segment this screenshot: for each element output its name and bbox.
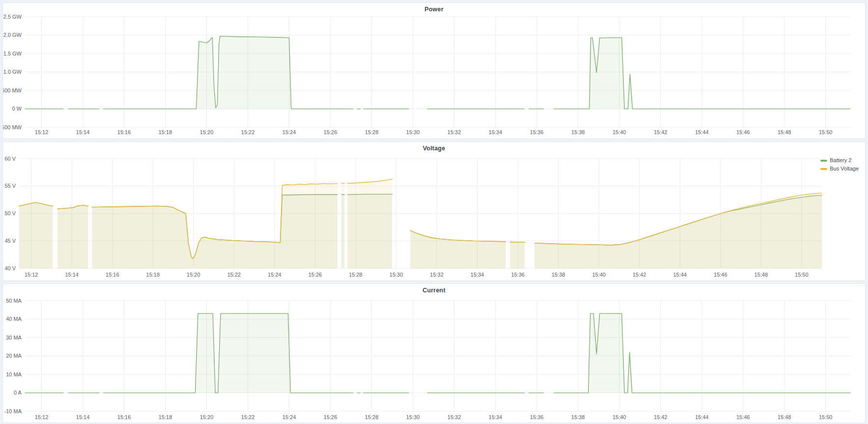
voltage-legend: Battery 2Bus Voltage bbox=[820, 157, 859, 172]
x-tick-label: 15:28 bbox=[349, 272, 362, 278]
y-tick-label: 40 V bbox=[4, 265, 16, 271]
gridlines bbox=[25, 301, 850, 411]
power-chart[interactable]: 2.5 GW2.0 GW1.5 GW1.0 GW500 MW0 W-500 MW… bbox=[3, 3, 865, 139]
x-tick-label: 15:36 bbox=[530, 129, 543, 135]
x-tick-label: 15:48 bbox=[755, 272, 768, 278]
y-tick-label: 55 V bbox=[4, 183, 16, 189]
area-fill bbox=[92, 184, 337, 269]
x-tick-label: 15:50 bbox=[795, 272, 808, 278]
x-tick-label: 15:26 bbox=[308, 272, 322, 278]
power-panel: Power 2.5 GW2.0 GW1.5 GW1.0 GW500 MW0 W-… bbox=[2, 2, 866, 139]
area-fill bbox=[19, 202, 53, 268]
x-tick-label: 15:22 bbox=[241, 129, 254, 135]
x-tick-label: 15:42 bbox=[633, 272, 646, 278]
x-tick-label: 15:36 bbox=[530, 414, 543, 420]
y-tick-label: -10 MA bbox=[4, 408, 22, 414]
axis-labels: 2.5 GW2.0 GW1.5 GW1.0 GW500 MW0 W-500 MW… bbox=[3, 14, 832, 135]
series-power bbox=[25, 36, 850, 109]
series-bus-voltage bbox=[19, 179, 822, 269]
series-line bbox=[510, 242, 524, 243]
x-tick-label: 15:32 bbox=[448, 129, 461, 135]
x-tick-label: 15:30 bbox=[406, 414, 420, 420]
x-tick-label: 15:26 bbox=[324, 129, 337, 135]
series-current bbox=[25, 313, 850, 393]
x-tick-label: 15:18 bbox=[159, 129, 172, 135]
current-chart[interactable]: 50 MA40 MA30 MA20 MA10 MA0 A-10 MA15:121… bbox=[3, 284, 865, 423]
x-tick-label: 15:46 bbox=[736, 129, 750, 135]
x-tick-label: 15:20 bbox=[187, 272, 200, 278]
x-tick-label: 15:20 bbox=[200, 129, 213, 135]
y-tick-label: -500 MW bbox=[3, 124, 22, 130]
area-fill bbox=[57, 205, 88, 268]
x-tick-label: 15:26 bbox=[324, 414, 337, 420]
x-tick-label: 15:34 bbox=[471, 272, 484, 278]
area-fill bbox=[534, 193, 822, 268]
x-tick-label: 15:22 bbox=[241, 414, 254, 420]
x-tick-label: 15:32 bbox=[448, 414, 461, 420]
y-tick-label: 10 MA bbox=[6, 371, 22, 377]
x-tick-label: 15:38 bbox=[571, 414, 585, 420]
x-tick-label: 15:32 bbox=[430, 272, 443, 278]
x-tick-label: 15:24 bbox=[282, 414, 296, 420]
voltage-chart[interactable]: 60 V55 V50 V45 V40 V15:1215:1415:1615:18… bbox=[3, 142, 865, 281]
x-tick-label: 15:44 bbox=[695, 414, 708, 420]
x-tick-label: 15:24 bbox=[282, 129, 296, 135]
x-tick-label: 15:12 bbox=[35, 414, 48, 420]
x-tick-label: 15:40 bbox=[592, 272, 605, 278]
series-line bbox=[341, 183, 344, 184]
x-tick-label: 15:22 bbox=[227, 272, 241, 278]
y-tick-label: 30 MA bbox=[6, 335, 22, 340]
legend-item-battery-2[interactable]: Battery 2 bbox=[820, 157, 859, 164]
area-fill bbox=[104, 313, 353, 393]
current-panel-title[interactable]: Current bbox=[3, 287, 865, 294]
x-tick-label: 15:50 bbox=[819, 129, 832, 135]
y-tick-label: 1.5 GW bbox=[3, 51, 22, 57]
area-fill bbox=[348, 179, 392, 269]
legend-item-bus-voltage[interactable]: Bus Voltage bbox=[820, 165, 859, 172]
x-tick-label: 15:14 bbox=[76, 129, 89, 135]
y-tick-label: 2.0 GW bbox=[3, 32, 22, 38]
voltage-panel-title[interactable]: Voltage bbox=[3, 145, 865, 152]
legend-marker-icon bbox=[820, 168, 827, 170]
x-tick-label: 15:38 bbox=[571, 129, 585, 135]
gridlines bbox=[25, 17, 850, 127]
x-tick-label: 15:12 bbox=[35, 129, 48, 135]
voltage-panel: Voltage 60 V55 V50 V45 V40 V15:1215:1415… bbox=[2, 141, 866, 281]
area-fill bbox=[104, 36, 353, 109]
x-tick-label: 15:30 bbox=[390, 272, 403, 278]
area-fill bbox=[341, 183, 344, 268]
y-tick-label: 60 V bbox=[4, 156, 16, 162]
axis-labels: 50 MA40 MA30 MA20 MA10 MA0 A-10 MA15:121… bbox=[4, 298, 833, 420]
x-tick-label: 15:48 bbox=[778, 414, 791, 420]
area-fill bbox=[554, 38, 850, 109]
x-tick-label: 15:50 bbox=[819, 414, 832, 420]
x-tick-label: 15:34 bbox=[489, 414, 502, 420]
x-tick-label: 15:14 bbox=[76, 414, 89, 420]
x-tick-label: 15:30 bbox=[406, 129, 420, 135]
current-panel: Current 50 MA40 MA30 MA20 MA10 MA0 A-10 … bbox=[2, 283, 866, 423]
x-tick-label: 15:44 bbox=[673, 272, 687, 278]
y-tick-label: 0 W bbox=[12, 106, 22, 112]
y-tick-label: 1.0 GW bbox=[3, 69, 22, 75]
power-panel-title[interactable]: Power bbox=[3, 6, 865, 13]
x-tick-label: 15:16 bbox=[117, 129, 131, 135]
y-tick-label: 45 V bbox=[4, 238, 16, 244]
x-tick-label: 15:46 bbox=[714, 272, 727, 278]
x-tick-label: 15:16 bbox=[117, 414, 131, 420]
x-tick-label: 15:44 bbox=[695, 129, 708, 135]
x-tick-label: 15:40 bbox=[613, 129, 626, 135]
legend-label: Bus Voltage bbox=[830, 165, 859, 172]
y-tick-label: 50 V bbox=[4, 210, 16, 216]
x-tick-label: 15:20 bbox=[200, 414, 213, 420]
x-tick-label: 15:34 bbox=[489, 129, 502, 135]
y-tick-label: 2.5 GW bbox=[3, 14, 22, 20]
x-tick-label: 15:16 bbox=[106, 272, 119, 278]
x-tick-label: 15:42 bbox=[654, 414, 667, 420]
y-tick-label: 500 MW bbox=[3, 87, 22, 93]
x-tick-label: 15:12 bbox=[25, 272, 38, 278]
y-tick-label: 40 MA bbox=[6, 316, 22, 322]
x-tick-label: 15:42 bbox=[654, 129, 667, 135]
legend-marker-icon bbox=[820, 160, 827, 162]
x-tick-label: 15:18 bbox=[159, 414, 172, 420]
x-tick-label: 15:28 bbox=[365, 129, 378, 135]
